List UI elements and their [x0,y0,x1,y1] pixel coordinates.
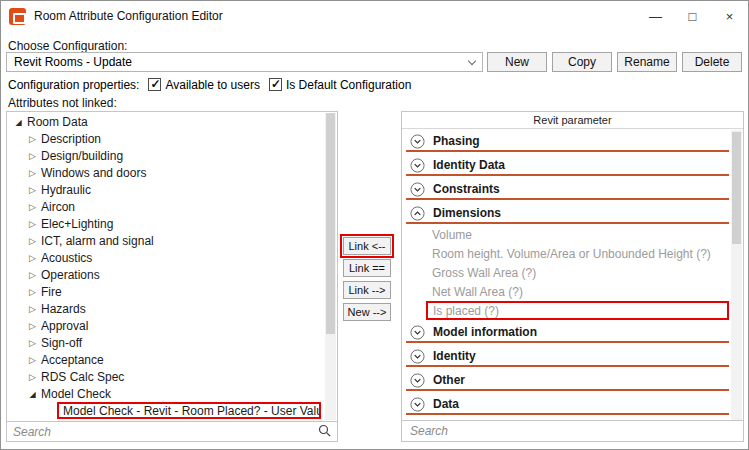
revit-parameter-panel: Revit parameter Phasing Identity Data Co… [401,111,744,442]
revit-parameter-scrollbar[interactable] [731,130,742,420]
link-equal-button[interactable]: Link == [343,259,391,277]
tree-item-label: Approval [41,319,88,333]
tree-item-room-data[interactable]: Room Data [7,113,324,130]
section-phasing[interactable]: Phasing [402,129,730,153]
chevron-down-circle-icon[interactable] [410,325,425,340]
param-label: Net Wall Area (?) [432,285,523,299]
tree-expander-collapsed-icon[interactable] [27,130,38,148]
link-left-button[interactable]: Link <-- [343,237,391,255]
tree-item-design-building[interactable]: Design/building [7,147,324,164]
chevron-up-circle-icon[interactable] [410,206,425,221]
tree-item-label: Acceptance [41,353,104,367]
section-label: Other [433,373,465,387]
link-right-button[interactable]: Link --> [343,281,391,299]
section-model-information[interactable]: Model information [402,320,730,344]
tree-item-ict-alarm-signal[interactable]: ICT, alarm and signal [7,232,324,249]
tree-item-rds-calc-spec[interactable]: RDS Calc Spec [7,368,324,385]
available-to-users-checkbox-group: Available to users [148,78,260,92]
scrollbar-thumb[interactable] [326,113,335,334]
section-identity-data[interactable]: Identity Data [402,153,730,177]
configuration-dropdown[interactable]: Revit Rooms - Update [6,52,483,72]
tree-item-label: Fire [41,285,62,299]
chevron-down-circle-icon[interactable] [410,158,425,173]
available-to-users-checkbox[interactable] [148,78,161,91]
tree-expander-collapsed-icon[interactable] [27,232,38,250]
param-item-gross-wall-area[interactable]: Gross Wall Area (?) [402,263,730,282]
revit-parameter-search-input[interactable] [410,424,735,438]
tree-expander-collapsed-icon[interactable] [27,351,38,369]
param-label: Is placed (?) [433,304,499,318]
chevron-down-circle-icon[interactable] [410,349,425,364]
tree-item-model-check[interactable]: Model Check [7,385,324,402]
attributes-search-input[interactable] [13,425,314,439]
section-dimensions[interactable]: Dimensions [402,201,730,225]
tree-expander-collapsed-icon[interactable] [27,300,38,318]
revit-parameter-list: Phasing Identity Data Constraints Dimens… [402,129,730,420]
tree-item-label: Design/building [41,149,123,163]
param-item-room-height[interactable]: Room height. Volume/Area or Unbounded He… [402,244,730,263]
section-constraints[interactable]: Constraints [402,177,730,201]
is-default-configuration-checkbox[interactable] [269,78,282,91]
tree-item-label: Windows and doors [41,166,146,180]
tree-item-windows-and-doors[interactable]: Windows and doors [7,164,324,181]
configuration-selected-value: Revit Rooms - Update [14,55,132,69]
section-other[interactable]: Other [402,368,730,392]
tree-item-label: Acoustics [41,251,92,265]
tree-expander-collapsed-icon[interactable] [27,317,38,335]
param-item-net-wall-area[interactable]: Net Wall Area (?) [402,282,730,301]
maximize-button[interactable]: □ [674,1,711,31]
tree-item-hydraulic[interactable]: Hydraulic [7,181,324,198]
new-configuration-button[interactable]: New [487,52,547,72]
tree-expander-expanded-icon[interactable] [13,113,24,131]
tree-expander-collapsed-icon[interactable] [27,334,38,352]
app-icon [9,8,26,25]
attributes-tree-scrollbar[interactable] [325,113,336,420]
attributes-panel: Room Data Description Design/building Wi… [6,111,338,442]
param-item-volume[interactable]: Volume [402,225,730,244]
tree-item-label: Description [41,132,101,146]
tree-item-label: Model Check - Revit - Room Placed? - Use… [63,404,321,418]
tree-item-acoustics[interactable]: Acoustics [7,249,324,266]
tree-item-sign-off[interactable]: Sign-off [7,334,324,351]
tree-item-approval[interactable]: Approval [7,317,324,334]
rename-configuration-button[interactable]: Rename [617,52,677,72]
room-attribute-configuration-editor-window: Room Attribute Configuration Editor — □ … [0,0,749,450]
tree-expander-collapsed-icon[interactable] [27,147,38,165]
tree-item-elec-lighting[interactable]: Elec+Lighting [7,215,324,232]
tree-item-operations[interactable]: Operations [7,266,324,283]
tree-item-model-check-revit-room-placed-user-value[interactable]: Model Check - Revit - Room Placed? - Use… [7,402,324,419]
tree-expander-collapsed-icon[interactable] [27,215,38,233]
tree-expander-collapsed-icon[interactable] [27,198,38,216]
tree-expander-collapsed-icon[interactable] [27,368,38,386]
tree-item-label: Hydraulic [41,183,91,197]
tree-expander-collapsed-icon[interactable] [27,283,38,301]
tree-item-description[interactable]: Description [7,130,324,147]
close-button[interactable]: × [711,1,748,31]
configuration-properties-label: Configuration properties: [8,78,139,92]
tree-expander-expanded-icon[interactable] [27,385,38,403]
tree-item-hazards[interactable]: Hazards [7,300,324,317]
tree-expander-collapsed-icon[interactable] [27,181,38,199]
tree-item-fire[interactable]: Fire [7,283,324,300]
tree-item-label: Elec+Lighting [41,217,113,231]
tree-expander-collapsed-icon[interactable] [27,249,38,267]
param-item-is-placed[interactable]: Is placed (?) [402,301,730,320]
delete-configuration-button[interactable]: Delete [682,52,742,72]
section-data[interactable]: Data [402,392,730,416]
tree-item-acceptance[interactable]: Acceptance [7,351,324,368]
tree-item-aircon[interactable]: Aircon [7,198,324,215]
copy-configuration-button[interactable]: Copy [552,52,612,72]
tree-expander-collapsed-icon[interactable] [27,164,38,182]
chevron-down-circle-icon[interactable] [410,397,425,412]
chevron-down-circle-icon[interactable] [410,373,425,388]
tree-expander-collapsed-icon[interactable] [27,266,38,284]
chevron-down-circle-icon[interactable] [410,182,425,197]
new-right-button[interactable]: New --> [343,303,391,321]
scrollbar-thumb[interactable] [732,132,741,244]
minimize-button[interactable]: — [637,1,674,31]
chevron-down-circle-icon[interactable] [410,134,425,149]
link-button-column: Link <-- Link == Link --> New --> [340,234,396,329]
window-controls: — □ × [637,1,748,31]
section-identity[interactable]: Identity [402,344,730,368]
attributes-not-linked-label: Attributes not linked: [8,96,117,110]
